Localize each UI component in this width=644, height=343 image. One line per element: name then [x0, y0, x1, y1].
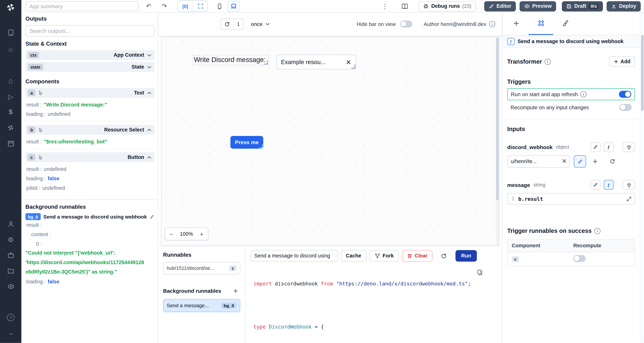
- search-outputs-input[interactable]: [26, 25, 154, 36]
- editor-button[interactable]: Editor: [484, 1, 516, 11]
- chevron-up-icon[interactable]: [147, 154, 152, 160]
- windmill-logo[interactable]: [0, 2, 21, 13]
- home-icon[interactable]: ⌂: [0, 74, 21, 88]
- resize-grip[interactable]: [264, 60, 268, 64]
- recompute-toggle[interactable]: [620, 104, 632, 111]
- tab-component-settings[interactable]: [528, 12, 553, 35]
- refresh-mode-dropdown[interactable]: once: [248, 19, 274, 29]
- info-icon[interactable]: i: [580, 91, 586, 97]
- app-library-icon[interactable]: [0, 26, 21, 40]
- add-transformer-button[interactable]: Add: [609, 56, 635, 67]
- message-expression-editor[interactable]: 1 b.result: [507, 193, 635, 204]
- tab-theme[interactable]: [553, 12, 578, 35]
- component-b-header[interactable]: b Resource Select: [26, 125, 154, 135]
- run-button[interactable]: Run: [456, 250, 477, 262]
- run-on-start-toggle[interactable]: [619, 91, 631, 98]
- desktop-view-button[interactable]: [228, 1, 240, 12]
- text-component[interactable]: Write Discord message:: [192, 55, 268, 65]
- component-a-header[interactable]: a Text: [26, 88, 154, 98]
- add-background-runnable-button[interactable]: [230, 287, 240, 295]
- resize-grip[interactable]: [259, 144, 263, 148]
- runnable-name-input[interactable]: [250, 250, 338, 262]
- canvas-scrollbar[interactable]: [496, 37, 499, 245]
- more-menu-button[interactable]: ⋮: [380, 1, 390, 11]
- resource-select-component[interactable]: Example resou...: [276, 54, 356, 69]
- debug-runs-button[interactable]: Debug runs (23): [418, 1, 476, 11]
- state-row[interactable]: state State: [26, 62, 154, 72]
- edit-code-button[interactable]: ƒ: [604, 142, 614, 152]
- folders-icon[interactable]: [0, 264, 21, 278]
- zoom-out-button[interactable]: −: [165, 228, 178, 240]
- state-badge: state: [28, 64, 43, 70]
- edit-static-button[interactable]: [591, 180, 600, 190]
- chevron-down-icon[interactable]: [147, 64, 152, 70]
- resources-icon[interactable]: [0, 121, 21, 135]
- settings-gear-icon[interactable]: ⚙: [0, 232, 21, 246]
- refresh-app-button[interactable]: [221, 19, 233, 29]
- runnable-item-badge: c: [229, 265, 236, 271]
- user-icon[interactable]: [0, 217, 21, 231]
- runnable-item[interactable]: hub/1511/discord/se... c: [163, 262, 240, 274]
- ctx-row[interactable]: ctx App Context: [26, 50, 154, 60]
- collapse-sidebar-icon[interactable]: →: [0, 326, 21, 340]
- refresh-count-group: 1: [220, 18, 244, 30]
- pencil-icon: [489, 4, 494, 9]
- refresh-resource-button[interactable]: [608, 156, 617, 166]
- info-icon[interactable]: i: [594, 228, 600, 234]
- fork-button[interactable]: Fork: [370, 250, 398, 262]
- resize-grip[interactable]: [351, 64, 356, 69]
- info-icon[interactable]: i: [544, 58, 550, 65]
- copy-code-button[interactable]: [477, 269, 483, 276]
- workers-icon[interactable]: [0, 248, 21, 262]
- connect-input-button[interactable]: [623, 142, 635, 152]
- runs-icon[interactable]: ▷: [0, 90, 21, 104]
- app-summary-input[interactable]: [26, 1, 139, 11]
- add-resource-button[interactable]: [590, 156, 600, 166]
- docs-button[interactable]: [400, 1, 410, 11]
- clear-selection-icon[interactable]: [346, 59, 352, 65]
- scrollbar-thumb[interactable]: [641, 35, 644, 111]
- connect-input-button[interactable]: [623, 180, 635, 190]
- edit-code-button[interactable]: ƒ: [604, 180, 614, 190]
- pencil-icon[interactable]: [150, 214, 154, 219]
- clear-value-icon[interactable]: [562, 158, 567, 164]
- code-editor[interactable]: import discordwebhook from "https://deno…: [246, 266, 502, 332]
- clear-button[interactable]: Clear: [402, 250, 432, 262]
- info-icon[interactable]: i: [489, 21, 495, 27]
- background-runnables-title: Background runnables: [26, 204, 154, 210]
- chevron-up-icon[interactable]: [147, 90, 152, 96]
- draft-button[interactable]: Draft ⌘S: [562, 1, 603, 11]
- undo-button[interactable]: ↶: [144, 1, 154, 11]
- tab-insert-component[interactable]: [504, 12, 528, 35]
- page-scrollbar[interactable]: [640, 12, 644, 343]
- bg0-header-row[interactable]: bg_0 Send a message to discord using web…: [26, 213, 154, 220]
- background-runnable-item-selected[interactable]: Send a message... bg_0: [163, 299, 240, 312]
- bg0-badge: bg_0: [26, 213, 40, 220]
- expand-editor-icon[interactable]: [626, 196, 632, 202]
- mobile-view-button[interactable]: [214, 1, 224, 11]
- deploy-button[interactable]: Deploy: [607, 1, 641, 11]
- press-me-button[interactable]: Press me: [230, 136, 263, 148]
- audit-eye-icon[interactable]: [0, 279, 21, 293]
- center-components-button[interactable]: |0|: [178, 1, 192, 12]
- fullscreen-button[interactable]: [192, 1, 207, 12]
- chevron-up-icon[interactable]: [147, 127, 152, 132]
- schedules-icon[interactable]: [0, 136, 21, 150]
- pick-resource-button[interactable]: [574, 155, 586, 168]
- cache-button[interactable]: Cache: [341, 250, 366, 262]
- favorites-star-icon[interactable]: ☆: [0, 43, 21, 57]
- component-c-header[interactable]: c Button: [26, 152, 154, 162]
- refresh-code-button[interactable]: [439, 251, 449, 261]
- resource-value-input[interactable]: [507, 155, 570, 168]
- help-icon[interactable]: ?: [0, 310, 21, 324]
- scrollbar-thumb[interactable]: [496, 38, 499, 200]
- variables-icon[interactable]: $: [0, 105, 21, 119]
- zoom-in-button[interactable]: +: [196, 228, 208, 240]
- edit-static-button[interactable]: [591, 142, 600, 152]
- recompute-c-toggle[interactable]: [573, 255, 586, 262]
- app-canvas[interactable]: Write Discord message: Example resou... …: [161, 36, 500, 246]
- preview-button[interactable]: Preview: [520, 1, 556, 11]
- hide-bar-toggle[interactable]: [400, 20, 412, 28]
- chevron-down-icon[interactable]: [147, 52, 152, 58]
- redo-button[interactable]: ↷: [159, 1, 169, 11]
